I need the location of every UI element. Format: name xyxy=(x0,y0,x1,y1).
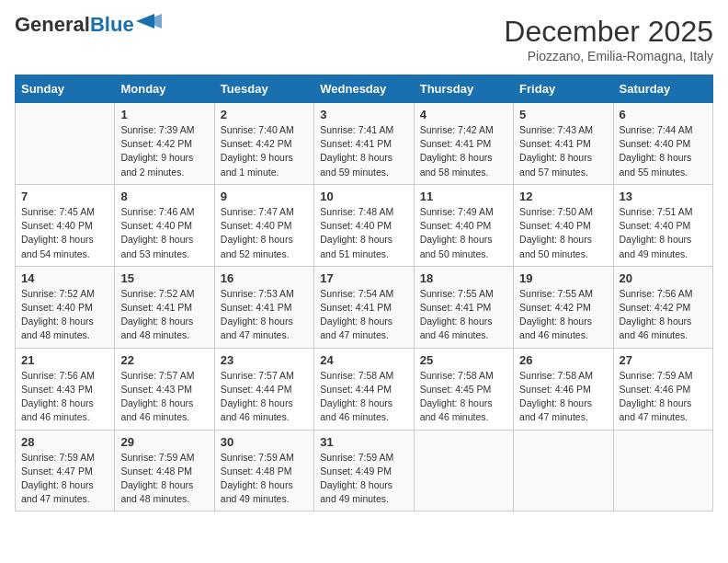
logo: GeneralBlue xyxy=(15,15,162,35)
calendar-cell: 26Sunrise: 7:58 AMSunset: 4:46 PMDayligh… xyxy=(514,348,613,430)
day-number: 23 xyxy=(221,353,308,367)
calendar-cell: 10Sunrise: 7:48 AMSunset: 4:40 PMDayligh… xyxy=(314,184,414,266)
day-info: Sunrise: 7:48 AMSunset: 4:40 PMDaylight:… xyxy=(320,205,407,261)
calendar-cell: 14Sunrise: 7:52 AMSunset: 4:40 PMDayligh… xyxy=(16,266,115,348)
calendar-cell xyxy=(514,430,613,511)
day-number: 21 xyxy=(21,353,108,367)
day-info: Sunrise: 7:59 AMSunset: 4:49 PMDaylight:… xyxy=(320,451,407,507)
day-info: Sunrise: 7:55 AMSunset: 4:42 PMDaylight:… xyxy=(519,287,607,343)
day-info: Sunrise: 7:39 AMSunset: 4:42 PMDaylight:… xyxy=(120,123,208,179)
day-number: 14 xyxy=(21,271,108,285)
calendar-cell: 9Sunrise: 7:47 AMSunset: 4:40 PMDaylight… xyxy=(214,184,313,266)
calendar-cell: 29Sunrise: 7:59 AMSunset: 4:48 PMDayligh… xyxy=(115,430,214,511)
calendar-cell: 19Sunrise: 7:55 AMSunset: 4:42 PMDayligh… xyxy=(514,266,613,348)
day-number: 16 xyxy=(221,271,308,285)
calendar-cell: 15Sunrise: 7:52 AMSunset: 4:41 PMDayligh… xyxy=(115,266,214,348)
day-number: 29 xyxy=(120,435,208,449)
day-number: 12 xyxy=(519,190,607,203)
day-info: Sunrise: 7:45 AMSunset: 4:40 PMDaylight:… xyxy=(21,205,108,261)
day-number: 17 xyxy=(320,271,407,285)
calendar-cell: 30Sunrise: 7:59 AMSunset: 4:48 PMDayligh… xyxy=(214,430,313,511)
day-number: 15 xyxy=(120,271,208,285)
calendar-week-4: 21Sunrise: 7:56 AMSunset: 4:43 PMDayligh… xyxy=(16,348,713,430)
day-number: 4 xyxy=(420,108,507,121)
calendar-cell xyxy=(414,430,513,511)
calendar-cell: 28Sunrise: 7:59 AMSunset: 4:47 PMDayligh… xyxy=(16,430,115,511)
day-info: Sunrise: 7:58 AMSunset: 4:44 PMDaylight:… xyxy=(320,369,407,425)
calendar-week-5: 28Sunrise: 7:59 AMSunset: 4:47 PMDayligh… xyxy=(16,430,713,511)
day-number: 28 xyxy=(21,435,108,449)
logo-text: GeneralBlue xyxy=(15,15,134,35)
day-info: Sunrise: 7:54 AMSunset: 4:41 PMDaylight:… xyxy=(320,287,407,343)
calendar-cell: 3Sunrise: 7:41 AMSunset: 4:41 PMDaylight… xyxy=(314,103,414,185)
day-info: Sunrise: 7:42 AMSunset: 4:41 PMDaylight:… xyxy=(420,123,507,179)
day-info: Sunrise: 7:59 AMSunset: 4:47 PMDaylight:… xyxy=(21,451,108,507)
day-info: Sunrise: 7:57 AMSunset: 4:44 PMDaylight:… xyxy=(221,369,308,425)
calendar-cell: 2Sunrise: 7:40 AMSunset: 4:42 PMDaylight… xyxy=(214,103,313,185)
calendar-cell: 4Sunrise: 7:42 AMSunset: 4:41 PMDaylight… xyxy=(414,103,513,185)
calendar-cell: 31Sunrise: 7:59 AMSunset: 4:49 PMDayligh… xyxy=(314,430,414,511)
day-number: 26 xyxy=(519,353,607,367)
day-info: Sunrise: 7:52 AMSunset: 4:41 PMDaylight:… xyxy=(120,287,208,343)
day-info: Sunrise: 7:47 AMSunset: 4:40 PMDaylight:… xyxy=(221,205,308,261)
calendar-cell: 12Sunrise: 7:50 AMSunset: 4:40 PMDayligh… xyxy=(514,184,613,266)
day-info: Sunrise: 7:50 AMSunset: 4:40 PMDaylight:… xyxy=(519,205,607,261)
calendar-body: 1Sunrise: 7:39 AMSunset: 4:42 PMDaylight… xyxy=(16,103,713,511)
weekday-header-saturday: Saturday xyxy=(613,75,712,103)
day-info: Sunrise: 7:52 AMSunset: 4:40 PMDaylight:… xyxy=(21,287,108,343)
day-number: 31 xyxy=(320,435,407,449)
calendar-cell xyxy=(16,103,115,185)
logo-icon xyxy=(136,14,162,29)
day-info: Sunrise: 7:56 AMSunset: 4:42 PMDaylight:… xyxy=(620,287,707,343)
day-number: 19 xyxy=(519,271,607,285)
calendar-cell: 13Sunrise: 7:51 AMSunset: 4:40 PMDayligh… xyxy=(613,184,712,266)
day-number: 2 xyxy=(221,108,308,121)
location-subtitle: Piozzano, Emilia-Romagna, Italy xyxy=(504,49,713,63)
day-number: 27 xyxy=(620,353,707,367)
day-info: Sunrise: 7:51 AMSunset: 4:40 PMDaylight:… xyxy=(620,205,707,261)
calendar-cell: 6Sunrise: 7:44 AMSunset: 4:40 PMDaylight… xyxy=(613,103,712,185)
day-number: 1 xyxy=(120,108,208,121)
weekday-header-friday: Friday xyxy=(514,75,613,103)
calendar-week-3: 14Sunrise: 7:52 AMSunset: 4:40 PMDayligh… xyxy=(16,266,713,348)
weekday-header-wednesday: Wednesday xyxy=(314,75,414,103)
day-number: 25 xyxy=(420,353,507,367)
day-info: Sunrise: 7:53 AMSunset: 4:41 PMDaylight:… xyxy=(221,287,308,343)
page-header: GeneralBlue December 2025 Piozzano, Emil… xyxy=(15,15,713,63)
day-number: 7 xyxy=(21,190,108,203)
weekday-header-row: SundayMondayTuesdayWednesdayThursdayFrid… xyxy=(16,75,713,103)
day-info: Sunrise: 7:58 AMSunset: 4:45 PMDaylight:… xyxy=(420,369,507,425)
day-info: Sunrise: 7:58 AMSunset: 4:46 PMDaylight:… xyxy=(519,369,607,425)
calendar-cell: 1Sunrise: 7:39 AMSunset: 4:42 PMDaylight… xyxy=(115,103,214,185)
day-number: 11 xyxy=(420,190,507,203)
calendar-cell: 18Sunrise: 7:55 AMSunset: 4:41 PMDayligh… xyxy=(414,266,513,348)
calendar-cell: 27Sunrise: 7:59 AMSunset: 4:46 PMDayligh… xyxy=(613,348,712,430)
calendar-week-2: 7Sunrise: 7:45 AMSunset: 4:40 PMDaylight… xyxy=(16,184,713,266)
day-info: Sunrise: 7:41 AMSunset: 4:41 PMDaylight:… xyxy=(320,123,407,179)
day-info: Sunrise: 7:40 AMSunset: 4:42 PMDaylight:… xyxy=(221,123,308,179)
day-info: Sunrise: 7:56 AMSunset: 4:43 PMDaylight:… xyxy=(21,369,108,425)
weekday-header-sunday: Sunday xyxy=(16,75,115,103)
title-area: December 2025 Piozzano, Emilia-Romagna, … xyxy=(504,15,713,63)
day-info: Sunrise: 7:43 AMSunset: 4:41 PMDaylight:… xyxy=(519,123,607,179)
day-info: Sunrise: 7:57 AMSunset: 4:43 PMDaylight:… xyxy=(120,369,208,425)
day-number: 18 xyxy=(420,271,507,285)
calendar-cell: 17Sunrise: 7:54 AMSunset: 4:41 PMDayligh… xyxy=(314,266,414,348)
day-info: Sunrise: 7:49 AMSunset: 4:40 PMDaylight:… xyxy=(420,205,507,261)
calendar-cell xyxy=(613,430,712,511)
day-info: Sunrise: 7:44 AMSunset: 4:40 PMDaylight:… xyxy=(620,123,707,179)
calendar-cell: 20Sunrise: 7:56 AMSunset: 4:42 PMDayligh… xyxy=(613,266,712,348)
calendar-header: SundayMondayTuesdayWednesdayThursdayFrid… xyxy=(16,75,713,103)
calendar-cell: 25Sunrise: 7:58 AMSunset: 4:45 PMDayligh… xyxy=(414,348,513,430)
month-title: December 2025 xyxy=(504,15,713,49)
calendar-table: SundayMondayTuesdayWednesdayThursdayFrid… xyxy=(15,75,713,511)
calendar-cell: 5Sunrise: 7:43 AMSunset: 4:41 PMDaylight… xyxy=(514,103,613,185)
day-number: 24 xyxy=(320,353,407,367)
day-number: 8 xyxy=(120,190,208,203)
weekday-header-tuesday: Tuesday xyxy=(214,75,313,103)
day-number: 22 xyxy=(120,353,208,367)
calendar-cell: 7Sunrise: 7:45 AMSunset: 4:40 PMDaylight… xyxy=(16,184,115,266)
calendar-cell: 8Sunrise: 7:46 AMSunset: 4:40 PMDaylight… xyxy=(115,184,214,266)
day-number: 5 xyxy=(519,108,607,121)
calendar-cell: 11Sunrise: 7:49 AMSunset: 4:40 PMDayligh… xyxy=(414,184,513,266)
